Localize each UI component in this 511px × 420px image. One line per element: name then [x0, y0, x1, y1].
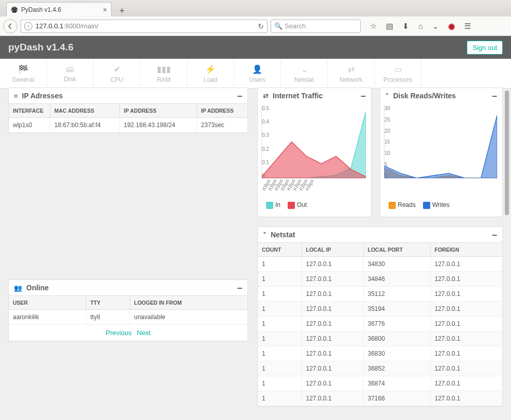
ip-addresses-panel: ≡ IP Adresses – INTERFACEMAC ADDRESSIP A… — [8, 87, 248, 133]
table-row: 1127.0.0.137166127.0.0.1 — [258, 391, 502, 406]
collapse-icon[interactable]: – — [237, 94, 242, 97]
users-icon: 👥 — [14, 284, 22, 292]
browser-tab[interactable]: PyDash v1.4.6 × — [6, 2, 112, 16]
toolbar-icons: ☆ ▤ ⬇ ⌂ ⌄ ◉ ☰ — [364, 22, 477, 31]
tab-disk[interactable]: 🖴Disk — [47, 59, 94, 88]
col-header: TTY — [86, 296, 130, 310]
table-cell: 36830 — [363, 346, 430, 361]
next-link[interactable]: Next — [137, 329, 151, 337]
chevron-down-icon: ˅ — [263, 231, 267, 239]
sign-out-button[interactable]: Sign out — [467, 41, 503, 55]
collapse-icon[interactable]: – — [237, 286, 242, 289]
bookmark-star-icon[interactable]: ☆ — [370, 22, 377, 31]
tab-load[interactable]: ⚡Load — [187, 59, 234, 88]
table-cell: 36874 — [363, 376, 430, 391]
transfer-icon: ⇄ — [263, 92, 269, 100]
table-row: 1127.0.0.134830127.0.0.1 — [258, 257, 502, 272]
menu-icon[interactable]: ☰ — [464, 22, 471, 31]
table-cell: 127.0.0.1 — [302, 257, 363, 272]
chart-plot — [261, 106, 366, 179]
table-row: 1127.0.0.136874127.0.0.1 — [258, 376, 502, 391]
tab-netstat[interactable]: ⌄Netstat — [281, 59, 328, 88]
back-button[interactable] — [3, 19, 17, 33]
table-row: 1127.0.0.136800127.0.0.1 — [258, 331, 502, 346]
table-cell: 127.0.0.1 — [302, 361, 363, 376]
col-header: IP ADDRESS — [197, 104, 248, 118]
table-cell: 36776 — [363, 317, 430, 331]
svg-point-1 — [14, 7, 15, 8]
reload-icon[interactable]: ↻ — [258, 22, 264, 30]
table-cell: 127.0.0.1 — [430, 317, 502, 331]
pager: Previous Next — [9, 325, 248, 341]
svg-point-3 — [16, 10, 17, 11]
browser-tab-strip: PyDash v1.4.6 × + — [0, 0, 511, 16]
downloads-icon[interactable]: ⬇ — [402, 22, 409, 31]
panel-header: ˅ Netstat – — [258, 227, 502, 242]
new-tab-button[interactable]: + — [116, 5, 128, 16]
online-table: USERTTYLOOGED IN FROM aaronkiliktty8unav… — [9, 295, 248, 325]
tab-cpu[interactable]: ✔CPU — [94, 59, 140, 88]
collapse-icon[interactable]: – — [361, 94, 366, 97]
chart-plot — [384, 106, 497, 179]
pocket-icon[interactable]: ⌄ — [432, 22, 439, 31]
table-cell: 127.0.0.1 — [430, 257, 502, 272]
tab-network[interactable]: ⇄Network — [328, 59, 375, 88]
tab-ram[interactable]: ▮▮▮RAM — [140, 59, 187, 88]
previous-link[interactable]: Previous — [105, 329, 132, 337]
ip-table: INTERFACEMAC ADDRESSIP ADDRESSIP ADDRESS… — [9, 103, 248, 133]
collapse-icon[interactable]: – — [492, 94, 497, 97]
table-row: aaronkiliktty8unavailable — [9, 310, 248, 325]
table-cell: 1 — [258, 346, 302, 361]
panel-header: ⇄ Internet Traffic – — [258, 88, 371, 103]
table-cell: 2373sec — [197, 118, 248, 133]
legend-label: Reads — [398, 201, 416, 208]
col-header: LOOGED IN FROM — [130, 296, 248, 310]
col-header: USER — [9, 296, 86, 310]
table-cell: 127.0.0.1 — [430, 376, 502, 391]
col-header: IP ADDRESS — [119, 104, 197, 118]
table-cell: 127.0.0.1 — [302, 391, 363, 406]
tab-processes[interactable]: ▭Processes — [375, 59, 421, 88]
netstat-table: COUNTLOCAL IPLOCAL PORTFOREIGN 1127.0.0.… — [258, 242, 502, 406]
pinterest-icon[interactable]: ◉ — [448, 22, 455, 31]
panel-title: Internet Traffic — [273, 92, 323, 100]
vertical-scrollbar[interactable] — [505, 36, 510, 420]
browser-toolbar: i 127.0.0.1:8000/main/ ↻ 🔍 Search ☆ ▤ ⬇ … — [0, 16, 511, 36]
collapse-icon[interactable]: – — [492, 233, 497, 236]
site-info-icon[interactable]: i — [24, 22, 32, 30]
col-header: MAC ADDRESS — [50, 104, 119, 118]
content-area: ≡ IP Adresses – INTERFACEMAC ADDRESSIP A… — [0, 89, 511, 415]
table-row: 1127.0.0.136830127.0.0.1 — [258, 346, 502, 361]
legend-label: Writes — [432, 201, 450, 208]
browser-search-input[interactable]: 🔍 Search — [271, 20, 361, 33]
url-bar[interactable]: i 127.0.0.1:8000/main/ ↻ — [21, 20, 268, 33]
col-header: LOCAL PORT — [363, 243, 430, 257]
tab-label: General — [12, 76, 34, 83]
tab-users[interactable]: 👤Users — [234, 59, 281, 88]
legend-label: In — [275, 201, 280, 208]
table-cell: 1 — [258, 361, 302, 376]
library-icon[interactable]: ▤ — [386, 22, 393, 31]
table-cell: 127.0.0.1 — [430, 391, 502, 406]
tab-general[interactable]: 🏁General — [0, 59, 47, 88]
table-cell: 1 — [258, 287, 302, 302]
table-cell: 1 — [258, 376, 302, 391]
tab-label: Netstat — [294, 76, 314, 83]
chart-body: 302520151050 Reads Writes — [380, 103, 502, 217]
table-cell: 34846 — [363, 272, 430, 287]
svg-point-2 — [12, 10, 13, 11]
table-row: wlp1s018:67:b0:5b:af:f4192.168.43.198/24… — [9, 118, 248, 133]
table-cell: 1 — [258, 391, 302, 406]
search-placeholder: Search — [285, 22, 306, 30]
home-icon[interactable]: ⌂ — [418, 22, 423, 30]
table-row: 1127.0.0.135194127.0.0.1 — [258, 302, 502, 317]
disk-rw-panel: ˄ Disk Reads/Writes – 302520151050 Reads… — [380, 87, 503, 217]
table-cell: 127.0.0.1 — [302, 317, 363, 331]
table-cell: 127.0.0.1 — [430, 346, 502, 361]
user-icon: 👤 — [234, 64, 280, 74]
tab-label: Load — [204, 76, 218, 83]
close-icon[interactable]: × — [103, 6, 107, 14]
table-cell: 127.0.0.1 — [430, 361, 502, 376]
legend-label: Out — [297, 201, 307, 208]
table-cell: 35112 — [363, 287, 430, 302]
